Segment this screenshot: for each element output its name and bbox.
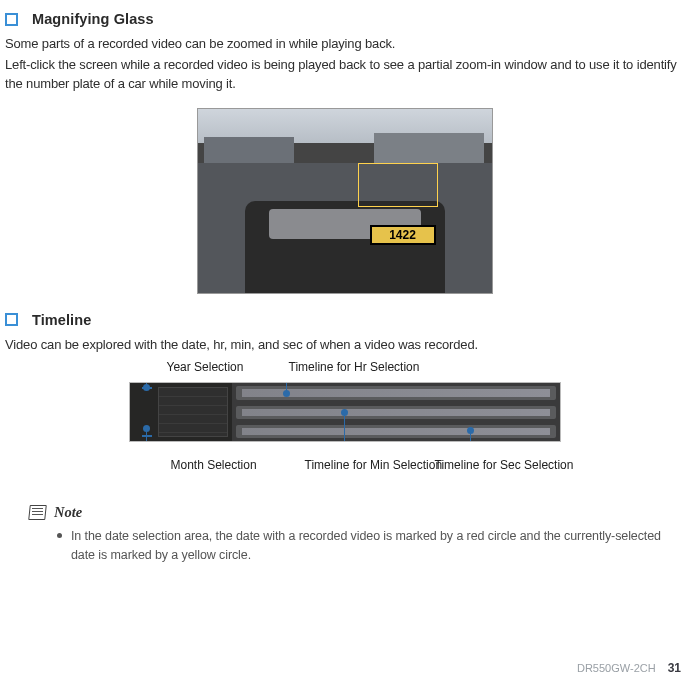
number-plate: 1422 (370, 225, 436, 245)
zoom-box-icon (358, 163, 438, 207)
page-footer: DR550GW-2CH 31 (577, 661, 681, 675)
section-header-magnifying: Magnifying Glass (5, 11, 684, 27)
calendar-grid-icon (158, 387, 228, 437)
label-year-selection: Year Selection (167, 360, 244, 374)
callout-dot-icon (283, 390, 290, 397)
timeline-screenshot (129, 382, 561, 442)
timeline-intro: Video can be explored with the date, hr,… (5, 336, 684, 355)
timeline-bar-sec (236, 425, 556, 438)
section-title-magnifying: Magnifying Glass (32, 11, 154, 27)
callout-line-year (146, 382, 148, 387)
magnifying-para-1: Some parts of a recorded video can be zo… (5, 35, 684, 54)
callout-dot-icon (467, 427, 474, 434)
label-hr-selection: Timeline for Hr Selection (289, 360, 420, 374)
callout-line-sec (470, 431, 472, 442)
section-title-timeline: Timeline (32, 312, 91, 328)
note-list: In the date selection area, the date wit… (29, 527, 684, 563)
note-title: Note (54, 504, 82, 521)
timeline-bars (232, 383, 560, 441)
square-bullet-icon (5, 13, 18, 26)
screenshot-car (245, 201, 445, 293)
label-month-selection: Month Selection (171, 458, 257, 472)
callout-line-hr (286, 382, 288, 393)
timeline-labels-bottom: Month Selection Timeline for Min Selecti… (129, 450, 561, 484)
callout-line-month (146, 429, 148, 442)
footer-model: DR550GW-2CH (577, 662, 656, 674)
callout-dot-icon (143, 384, 150, 391)
screenshot-container: 1422 (5, 108, 684, 294)
square-bullet-icon (5, 313, 18, 326)
note-block: Note In the date selection area, the dat… (29, 504, 684, 563)
label-sec-selection: Timeline for Sec Selection (435, 458, 545, 472)
magnifying-para-2: Left-click the screen while a recorded v… (5, 56, 684, 94)
note-header: Note (29, 504, 684, 521)
body-timeline: Video can be explored with the date, hr,… (5, 336, 684, 355)
timeline-labels-top: Year Selection Timeline for Hr Selection (129, 360, 561, 382)
callout-line-min (344, 413, 346, 442)
note-icon (29, 505, 46, 520)
timeline-bar-min (236, 406, 556, 419)
callout-dot-icon (341, 409, 348, 416)
note-item: In the date selection area, the date wit… (57, 527, 684, 563)
timeline-diagram: Year Selection Timeline for Hr Selection… (5, 360, 684, 484)
body-magnifying: Some parts of a recorded video can be zo… (5, 35, 684, 94)
label-min-selection: Timeline for Min Selection (305, 458, 415, 472)
section-header-timeline: Timeline (5, 312, 684, 328)
video-screenshot: 1422 (197, 108, 493, 294)
footer-page-number: 31 (668, 661, 681, 675)
callout-dot-icon (143, 425, 150, 432)
screenshot-buildings (198, 131, 492, 167)
